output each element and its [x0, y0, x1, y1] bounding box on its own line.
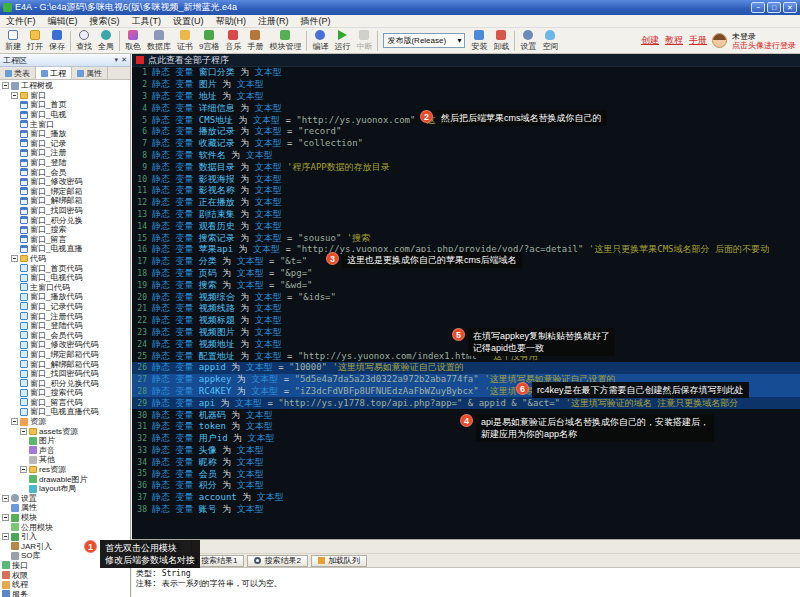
toolbar-button-run[interactable]: 运行 — [331, 29, 353, 53]
tree-item[interactable]: 设置 — [0, 494, 130, 504]
code-line[interactable]: 38静态 变量 账号 为 文本型 — [132, 503, 800, 515]
collapse-icon[interactable] — [11, 92, 18, 99]
panel-tab[interactable]: 搜索结果2 — [247, 555, 307, 567]
collapse-icon[interactable] — [20, 428, 27, 435]
code-line[interactable]: 36静态 变量 积分 为 文本型 — [132, 480, 800, 492]
toolbar-button-module[interactable]: 模块管理 — [266, 29, 304, 53]
toolbar-button-install[interactable]: 安装 — [468, 29, 490, 53]
code-line[interactable]: 5静态 变量 CMS地址 为 文本型 = "http://ys.yuonox.c… — [132, 114, 800, 126]
menu-item[interactable]: 设置(U) — [167, 15, 210, 27]
tree-item[interactable]: 窗口_电视直播 — [0, 244, 130, 254]
toolbar-link[interactable]: 手册 — [689, 34, 707, 47]
collapse-icon[interactable] — [2, 514, 9, 521]
code-line[interactable]: 26静态 变量 appid 为 文本型 = "10000" '这里填写易如意验证… — [132, 362, 800, 374]
tree-item[interactable]: assets资源 — [0, 426, 130, 436]
code-line[interactable]: 34静态 变量 昵称 为 文本型 — [132, 456, 800, 468]
login-hint[interactable]: 点击头像进行登录 — [732, 41, 796, 50]
tree-item[interactable]: 声音 — [0, 446, 130, 456]
code-line[interactable]: 21静态 变量 视频线路 为 文本型 — [132, 303, 800, 315]
toolbar-button-global[interactable]: 全局 — [95, 29, 117, 53]
panel-tab[interactable]: 加载队列 — [311, 555, 367, 567]
collapse-icon[interactable] — [2, 533, 9, 540]
menu-item[interactable]: 编辑(E) — [42, 15, 84, 27]
maximize-button[interactable]: □ — [767, 2, 781, 13]
tree-item[interactable]: 公用模块 — [0, 522, 130, 532]
code-line[interactable]: 27静态 变量 appkey 为 文本型 = "5d5e4a7da5a23d03… — [132, 374, 800, 386]
code-line[interactable]: 30静态 变量 机器码 为 文本型 — [132, 409, 800, 421]
code-line[interactable]: 16静态 变量 苹果api 为 文本型 = "http://ys.yuonox.… — [132, 244, 800, 256]
code-line[interactable]: 23静态 变量 视频图片 为 文本型 — [132, 327, 800, 339]
avatar[interactable] — [712, 33, 727, 48]
code-line[interactable]: 25静态 变量 配置地址 为 文本型 = "http://ys.yuonox.c… — [132, 350, 800, 362]
collapse-icon[interactable] — [2, 82, 9, 89]
code-line[interactable]: 14静态 变量 观看历史 为 文本型 — [132, 220, 800, 232]
code-line[interactable]: 32静态 变量 用户id 为 文本型 — [132, 433, 800, 445]
code-line[interactable]: 13静态 变量 剧结束集 为 文本型 — [132, 209, 800, 221]
menu-item[interactable]: 帮助(H) — [210, 15, 253, 27]
collapse-icon[interactable] — [20, 466, 27, 473]
tab-code-area[interactable]: 代码区 — [140, 539, 192, 553]
release-dropdown[interactable]: 发布版(Release)▾ — [383, 33, 465, 48]
code-line[interactable]: 7静态 变量 收藏记录 为 文本型 = "collection" — [132, 138, 800, 150]
code-line[interactable]: 15静态 变量 搜索记录 为 文本型 = "sousuo" '搜索 — [132, 232, 800, 244]
toolbar-button-settings[interactable]: 设置 — [517, 29, 539, 53]
toolbar-button-grid[interactable]: 9宫格 — [196, 29, 222, 53]
toolbar-button-uninstall[interactable]: 卸载 — [490, 29, 512, 53]
menu-item[interactable]: 文件(F) — [0, 15, 42, 27]
toolbar-button-open[interactable]: 打开 — [24, 29, 46, 53]
code-line[interactable]: 2静态 变量 图片 为 文本型 — [132, 79, 800, 91]
menu-item[interactable]: 注册(R) — [252, 15, 295, 27]
tree-item[interactable]: 窗口_电视 — [0, 110, 130, 120]
code-line[interactable]: 35静态 变量 会员 为 文本型 — [132, 468, 800, 480]
tree-item[interactable]: 窗口_电视直播代码 — [0, 407, 130, 417]
code-line[interactable]: 1静态 变量 窗口分类 为 文本型 — [132, 67, 800, 79]
collapse-icon[interactable] — [11, 418, 18, 425]
toolbar-button-music[interactable]: 音乐 — [222, 29, 244, 53]
menu-item[interactable]: 工具(T) — [126, 15, 168, 27]
panel-tab[interactable]: 搜索结果1 — [184, 555, 244, 567]
view-all-subroutines-label[interactable]: 点此查看全部子程序 — [148, 54, 229, 67]
code-line[interactable]: 20静态 变量 视频综合 为 文本型 = "&ids=" — [132, 291, 800, 303]
sidebar-tab[interactable]: 工程 — [36, 67, 72, 79]
sidebar-tab[interactable]: 属性 — [72, 67, 108, 79]
code-line[interactable]: 24静态 变量 视频地址 为 文本型 — [132, 338, 800, 350]
tree-item[interactable]: 工程树视 — [0, 81, 130, 91]
toolbar-button-compile[interactable]: 编译 — [309, 29, 331, 53]
code-line[interactable]: 19静态 变量 搜索 为 文本型 = "&wd=" — [132, 279, 800, 291]
code-line[interactable]: 3静态 变量 地址 为 文本型 — [132, 91, 800, 103]
code-line[interactable]: 9静态 变量 数据目录 为 文本型 '程序APP数据的存放目录 — [132, 161, 800, 173]
code-line[interactable]: 6静态 变量 播放记录 为 文本型 = "record" — [132, 126, 800, 138]
toolbar-button-stop[interactable]: 中断 — [353, 29, 375, 53]
close-button[interactable]: ✕ — [783, 2, 797, 13]
code-line[interactable]: 11静态 变量 影视名称 为 文本型 — [132, 185, 800, 197]
chevron-down-icon[interactable]: ▾ — [115, 56, 119, 64]
code-line[interactable]: 29静态 变量 api 为 文本型 = "http://ys.y1778.top… — [132, 397, 800, 409]
code-line[interactable]: 31静态 变量 token 为 文本型 — [132, 421, 800, 433]
code-line[interactable]: 10静态 变量 影视海报 为 文本型 — [132, 173, 800, 185]
toolbar-button-new[interactable]: 新建 — [2, 29, 24, 53]
toolbar-button-find[interactable]: 查找 — [73, 29, 95, 53]
code-line[interactable]: 37静态 变量 account 为 文本型 — [132, 492, 800, 504]
tree-item[interactable]: JAR引入 — [0, 542, 130, 552]
code-line[interactable]: 12静态 变量 正在播放 为 文本型 — [132, 197, 800, 209]
toolbar-link[interactable]: 教程 — [665, 34, 683, 47]
tree-item[interactable]: layout布局 — [0, 484, 130, 494]
toolbar-button-save[interactable]: 保存 — [46, 29, 68, 53]
menu-item[interactable]: 插件(P) — [295, 15, 337, 27]
code-line[interactable]: 18静态 变量 页码 为 文本型 = "&pg=" — [132, 268, 800, 280]
collapse-icon[interactable] — [11, 255, 18, 262]
toolbar-link[interactable]: 创建 — [641, 34, 659, 47]
tree-item[interactable]: 图片 — [0, 436, 130, 446]
toolbar-button-cert[interactable]: 证书 — [174, 29, 196, 53]
toolbar-button-db[interactable]: 数据库 — [144, 29, 174, 53]
menu-item[interactable]: 搜索(S) — [84, 15, 126, 27]
tree-item[interactable]: 引入 — [0, 532, 130, 542]
sidebar-tab[interactable]: 类表 — [0, 67, 36, 79]
close-panel-icon[interactable]: ✕ — [121, 56, 127, 64]
panel-tab[interactable]: 输出内容 — [135, 555, 181, 567]
code-line[interactable]: 17静态 变量 分类 为 文本型 = "&t=" — [132, 256, 800, 268]
code-line[interactable]: 33静态 变量 头像 为 文本型 — [132, 445, 800, 457]
collapse-icon[interactable] — [2, 495, 9, 502]
code-line[interactable]: 22静态 变量 视频标题 为 文本型 — [132, 315, 800, 327]
editor-top-bar[interactable]: 点此查看全部子程序 — [132, 54, 800, 67]
